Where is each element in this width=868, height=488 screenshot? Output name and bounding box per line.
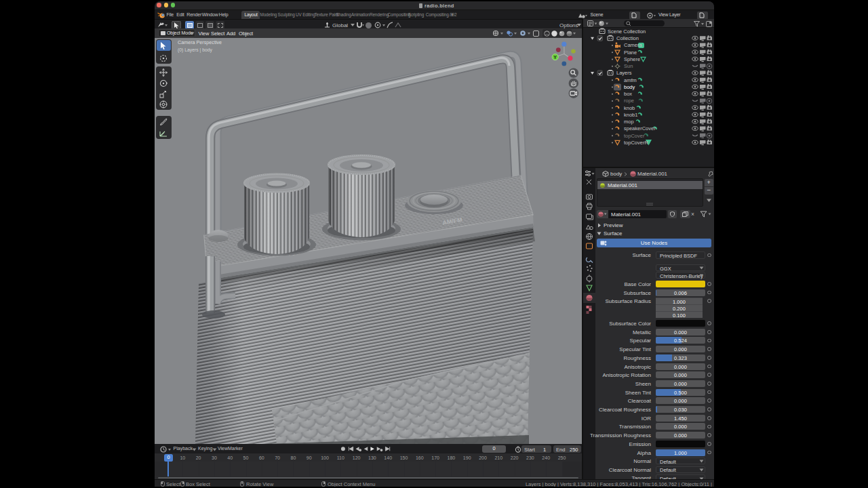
svg-text:Y: Y: [553, 55, 557, 60]
svg-text:(0) Layers | body: (0) Layers | body: [178, 47, 212, 53]
svg-text:Camera Perspective: Camera Perspective: [178, 39, 222, 45]
